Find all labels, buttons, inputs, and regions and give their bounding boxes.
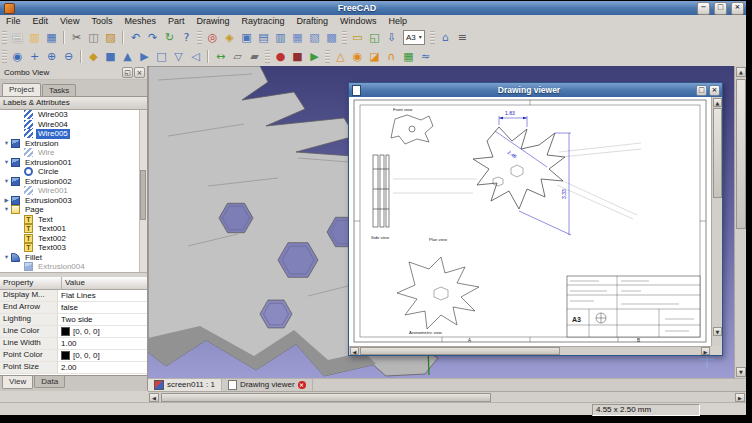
wireframe-mode-icon[interactable]: ▱ <box>230 49 245 64</box>
tab-view[interactable]: View <box>2 376 33 389</box>
view-right-icon[interactable]: ▶ <box>137 49 152 64</box>
zoom-out-icon[interactable]: ⊖ <box>61 49 76 64</box>
tab-project[interactable]: Project <box>2 83 41 96</box>
tree-item-fillet[interactable]: ▼Fillet <box>0 253 147 263</box>
tree-item-extrusion003[interactable]: ▶Extrusion003 <box>0 196 147 206</box>
menu-view[interactable]: View <box>54 15 85 28</box>
tree-item-wire003[interactable]: Wire003 <box>0 110 147 120</box>
menu-drafting[interactable]: Drafting <box>290 15 334 28</box>
right-view-icon[interactable]: ▥ <box>273 30 288 45</box>
new-document-icon[interactable]: ▤ <box>10 30 25 45</box>
view-top-icon[interactable]: ▲ <box>120 49 135 64</box>
macro-stop-icon[interactable]: ■ <box>290 49 305 64</box>
property-row[interactable]: Line Width1.00 <box>0 338 147 350</box>
tree-item-text003[interactable]: TText003 <box>0 243 147 253</box>
menu-file[interactable]: File <box>0 15 27 28</box>
new-drawing-page-icon[interactable]: ▭ <box>350 30 365 45</box>
mesh-import-icon[interactable]: ▦ <box>401 49 416 64</box>
tree-scrollbar-thumb[interactable] <box>140 170 146 220</box>
tree-item-extrusion004[interactable]: Extrusion004 <box>0 262 147 272</box>
expander-open-icon[interactable]: ▼ <box>2 253 11 263</box>
drawing-horizontal-scrollbar[interactable]: ◀ ▶ <box>349 346 711 355</box>
mdi-tab-drawing-viewer[interactable]: Drawing viewer × <box>222 379 313 391</box>
dock-close-button[interactable]: × <box>134 67 145 78</box>
isometric-icon[interactable]: ◆ <box>86 49 101 64</box>
expander-open-icon[interactable]: ▼ <box>2 158 11 168</box>
menu-raytracing[interactable]: Raytracing <box>235 15 290 28</box>
property-row[interactable]: End Arrowfalse <box>0 302 147 314</box>
drawing-vscroll-thumb[interactable] <box>713 108 722 198</box>
python-console-icon[interactable]: ≡ <box>455 30 470 45</box>
menu-windows[interactable]: Windows <box>334 15 383 28</box>
drawing-close-button[interactable]: × <box>709 85 720 96</box>
measure-distance-icon[interactable]: ↔ <box>213 49 228 64</box>
save-document-icon[interactable]: ▦ <box>44 30 59 45</box>
mdi-vertical-scrollbar[interactable]: ▲ ▼ <box>734 66 746 378</box>
title-bar[interactable]: FreeCAD − □ × <box>0 1 746 15</box>
tree-item-extrusion001[interactable]: ▼Extrusion001 <box>0 158 147 168</box>
page-size-select[interactable]: A3▾ <box>403 30 425 45</box>
scroll-up-icon[interactable]: ▲ <box>736 67 746 77</box>
tree-item-text001[interactable]: TText001 <box>0 224 147 234</box>
scroll-left-icon[interactable]: ◀ <box>350 347 359 355</box>
property-row[interactable]: LightingTwo side <box>0 314 147 326</box>
toolbar-grip[interactable] <box>197 31 202 44</box>
part-cut-icon[interactable]: ◪ <box>367 49 382 64</box>
insert-view-icon[interactable]: ◱ <box>367 30 382 45</box>
toolbar-grip[interactable] <box>2 31 7 44</box>
toolbar-grip[interactable] <box>265 50 270 63</box>
part-common-icon[interactable]: ∩ <box>384 49 399 64</box>
value-column-header[interactable]: Value <box>62 277 147 289</box>
refresh-icon[interactable]: ↻ <box>162 30 177 45</box>
undo-icon[interactable]: ↶ <box>128 30 143 45</box>
drawing-page[interactable]: A B Front view Side view <box>349 97 711 346</box>
tree-item-circle[interactable]: Circle <box>0 167 147 177</box>
fit-all-icon[interactable]: ◎ <box>205 30 220 45</box>
axonometric-view-icon[interactable]: ◈ <box>222 30 237 45</box>
scroll-down-icon[interactable]: ▼ <box>713 327 722 336</box>
tree-scrollbar[interactable] <box>139 110 147 272</box>
drawing-hscroll-thumb[interactable] <box>360 347 560 355</box>
export-page-icon[interactable]: ⇩ <box>384 30 399 45</box>
scroll-up-icon[interactable]: ▲ <box>713 98 722 107</box>
macro-play-icon[interactable]: ▶ <box>307 49 322 64</box>
menu-edit[interactable]: Edit <box>27 15 55 28</box>
scroll-down-icon[interactable]: ▼ <box>736 367 746 377</box>
close-button[interactable]: × <box>731 2 744 15</box>
tree-item-wire[interactable]: Wire <box>0 148 147 158</box>
tree-item-text002[interactable]: TText002 <box>0 234 147 244</box>
tree-item-extrusion[interactable]: ▼Extrusion <box>0 139 147 149</box>
orbit-icon[interactable]: ◉ <box>10 49 25 64</box>
expander-closed-icon[interactable]: ▶ <box>2 196 11 206</box>
combo-view-header[interactable]: Combo View ◱ × <box>0 66 147 80</box>
property-row[interactable]: Point Color[0, 0, 0] <box>0 350 147 362</box>
rear-view-icon[interactable]: ▦ <box>290 30 305 45</box>
menu-help[interactable]: Help <box>383 15 414 28</box>
whats-this-icon[interactable]: ? <box>179 30 194 45</box>
tree-item-wire004[interactable]: Wire004 <box>0 120 147 130</box>
part-fuse-icon[interactable]: ◉ <box>350 49 365 64</box>
drawing-viewer-window[interactable]: Drawing viewer □ × A B Front view <box>348 82 723 356</box>
front-view-icon[interactable]: ▣ <box>239 30 254 45</box>
expander-open-icon[interactable]: ▼ <box>2 205 11 215</box>
tab-tasks[interactable]: Tasks <box>42 84 76 96</box>
toolbar-grip[interactable] <box>325 50 330 63</box>
scroll-right-icon[interactable]: ▶ <box>701 347 710 355</box>
menu-part[interactable]: Part <box>162 15 191 28</box>
tab-data[interactable]: Data <box>34 376 65 388</box>
paste-icon[interactable]: ▨ <box>103 30 118 45</box>
vert-scroll-thumb[interactable] <box>736 79 746 229</box>
toolbar-grip[interactable] <box>430 31 435 44</box>
open-document-icon[interactable]: ▥ <box>27 30 42 45</box>
dock-float-button[interactable]: ◱ <box>122 67 133 78</box>
pan-icon[interactable]: + <box>27 49 42 64</box>
expander-open-icon[interactable]: ▼ <box>2 177 11 187</box>
property-row[interactable]: Point Size2.00 <box>0 362 147 374</box>
view-front-icon[interactable]: ■ <box>103 49 118 64</box>
tree-item-extrusion002[interactable]: ▼Extrusion002 <box>0 177 147 187</box>
drawing-vertical-scrollbar[interactable]: ▲ ▼ <box>711 97 722 346</box>
property-column-header[interactable]: Property <box>0 277 62 289</box>
minimize-button[interactable]: − <box>697 2 710 15</box>
left-view-icon[interactable]: ▩ <box>324 30 339 45</box>
draft-wire-icon[interactable]: ≈ <box>418 49 433 64</box>
